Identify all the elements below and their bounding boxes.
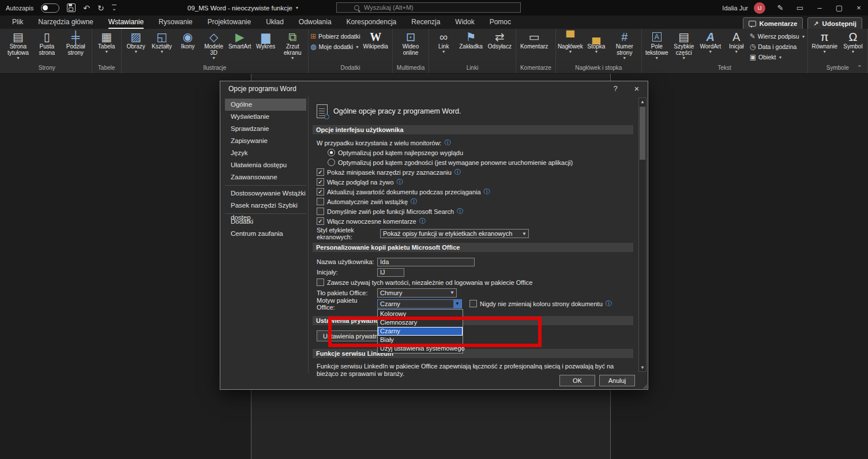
nav-item-dodatki[interactable]: Dodatki <box>225 216 306 228</box>
ribbon-button-tabela[interactable]: ▦Tabela▼ <box>94 29 119 54</box>
close-button[interactable]: × <box>854 4 863 12</box>
ribbon-button-komentarz[interactable]: ▭Komentarz <box>518 29 550 50</box>
tab-rysowanie[interactable]: Rysowanie <box>151 18 200 29</box>
radio-optymalizuj-pod-kątem-zgodnośc[interactable] <box>328 159 335 166</box>
help-icon[interactable]: ? <box>611 84 620 93</box>
tab-pomoc[interactable]: Pomoc <box>482 18 518 29</box>
ribbon-display-options-icon[interactable]: ▭ <box>795 4 805 12</box>
ink-pen-icon[interactable]: ✎ <box>776 4 785 12</box>
ribbon-button-obiekt[interactable]: ▣Obiekt▼ <box>750 52 806 62</box>
ribbon-button-wordart[interactable]: AWordArt▼ <box>698 29 723 54</box>
theme-option-kolorowy[interactable]: Kolorowy <box>378 310 463 318</box>
ribbon-button-szybkie-części[interactable]: ▤Szybkie części▼ <box>671 29 697 61</box>
ribbon-button-pusta-strona[interactable]: ▯Pusta strona <box>33 29 61 56</box>
username-field[interactable] <box>377 258 475 266</box>
tab-narzędzia-główne[interactable]: Narzędzia główne <box>31 18 100 29</box>
office-background-combobox[interactable]: Chmury ▼ <box>377 288 457 298</box>
dialog-titlebar[interactable]: Opcje programu Word ? × <box>220 81 648 96</box>
ribbon-button-modele-3d[interactable]: ◇Modele 3D▼ <box>201 29 227 61</box>
search-input[interactable]: Wyszukaj (Alt+M) <box>336 2 521 13</box>
save-icon[interactable] <box>67 3 76 12</box>
ribbon-button-ikony[interactable]: ◉Ikony <box>175 29 201 50</box>
ribbon-button-nagłówek[interactable]: ▀Nagłówek▼ <box>558 29 583 54</box>
ribbon-button-inicjał[interactable]: AInicjał▼ <box>724 29 749 54</box>
nav-item-dostosowywanie-wstążki[interactable]: Dostosowywanie Wstążki <box>225 187 306 200</box>
tab-widok[interactable]: Widok <box>448 18 482 29</box>
ribbon-button-data-i-godzina[interactable]: ◷Data i godzina <box>750 42 806 51</box>
ribbon-button-odsyłacz[interactable]: ⇄Odsyłacz <box>486 29 514 50</box>
user-name[interactable]: Idalia Jur <box>722 5 748 12</box>
checkbox-pokaż-minipasek-narzędzi-przy-[interactable]: ✓ <box>317 168 324 176</box>
checkbox-włącz-nowoczesne-komentarze[interactable]: ✓ <box>317 217 324 225</box>
scroll-up-icon[interactable]: ▲ <box>639 98 646 106</box>
ok-button[interactable]: OK <box>559 375 595 386</box>
minimize-button[interactable]: – <box>815 4 824 12</box>
ribbon-button-pobierz-dodatki[interactable]: ⊞Pobierz dodatki <box>310 32 360 41</box>
ribbon-button-podział-strony[interactable]: ╪Podział strony <box>62 29 90 56</box>
checkbox-włącz-podgląd-na-żywo[interactable]: ✓ <box>317 178 324 186</box>
nav-item-wyświetlanie[interactable]: Wyświetlanie <box>225 111 306 123</box>
checkbox-automatycznie-zwiń-wstążkę[interactable] <box>317 198 324 205</box>
ribbon-button-wideo-online[interactable]: ⊡Wideo online <box>394 29 427 56</box>
tab-korespondencja[interactable]: Korespondencja <box>339 18 404 29</box>
cancel-button[interactable]: Anuluj <box>599 375 635 386</box>
ribbon-button-symbol[interactable]: ΩSymbol▼ <box>840 29 866 54</box>
ribbon-button-moje-dodatki[interactable]: ◍Moje dodatki▼ <box>310 42 360 51</box>
nav-item-pasek-narzędzi-szybki-dostęp[interactable]: Pasek narzędzi Szybki dostęp <box>225 200 306 212</box>
customize-qat-icon[interactable]: ⌄ <box>112 5 117 12</box>
ribbon-button-wikipedia[interactable]: WWikipedia <box>361 29 390 50</box>
tab-odwołania[interactable]: Odwołania <box>291 18 339 29</box>
ribbon-button-link[interactable]: ∞Link▼ <box>431 29 456 54</box>
document-title[interactable]: 09_MS Word - nieoczywiste funkcje ▾ <box>187 0 298 16</box>
tab-układ[interactable]: Układ <box>258 18 291 29</box>
checkbox-domyślnie-zwiń-pole-funkcji-mi[interactable] <box>317 208 324 215</box>
ribbon-button-wykres[interactable]: ▆Wykres <box>253 29 279 50</box>
nav-item-język[interactable]: Język <box>225 147 306 159</box>
dialog-scrollbar[interactable]: ▲ ▼ <box>638 97 647 372</box>
restore-button[interactable]: ▢ <box>835 4 844 12</box>
theme-option-czarny[interactable]: Czarny <box>378 327 463 336</box>
ribbon-button-numer-strony[interactable]: #Numer strony▼ <box>610 29 640 61</box>
share-button[interactable]: ↗ Udostępnij <box>807 17 862 30</box>
resize-grip[interactable] <box>642 384 647 389</box>
collapse-ribbon-icon[interactable]: ⌃ <box>857 64 862 72</box>
tab-wstawianie[interactable]: Wstawianie <box>101 18 151 29</box>
checkbox-aktualizuj-zawartość-dokumentu[interactable]: ✓ <box>317 188 324 195</box>
avatar[interactable]: IJ <box>754 2 765 14</box>
office-theme-combobox[interactable]: Czarny ▼ KolorowyCiemnoszaryCzarnyBiałyU… <box>377 299 462 308</box>
tab-plik[interactable]: Plik <box>5 18 31 29</box>
never-change-color-checkbox[interactable] <box>469 300 477 307</box>
initials-field[interactable] <box>377 268 404 277</box>
theme-option-biały[interactable]: Biały <box>378 336 463 344</box>
ribbon-button-wiersz-podpisu[interactable]: ✎Wiersz podpisu▼ <box>750 32 806 41</box>
radio-optymalizuj-pod-kątem-najlepsz[interactable] <box>328 149 335 156</box>
nav-item-centrum-zaufania[interactable]: Centrum zaufania <box>225 228 306 240</box>
theme-option-użyj-ustawienia-systemowego[interactable]: Użyj ustawienia systemowego <box>378 344 463 353</box>
redo-icon[interactable]: ↻ <box>97 4 104 12</box>
ribbon-button-kształty[interactable]: ◱Kształty▼ <box>149 29 175 54</box>
comments-button[interactable]: Komentarze <box>743 17 803 30</box>
nav-item-zaawansowane[interactable]: Zaawansowane <box>225 171 306 183</box>
scroll-down-icon[interactable]: ▼ <box>639 364 646 371</box>
ribbon-button-smartart[interactable]: ▶SmartArt <box>227 29 253 50</box>
nav-item-zapisywanie[interactable]: Zapisywanie <box>225 135 306 147</box>
ribbon-button-zakładka[interactable]: ⚑Zakładka <box>457 29 485 50</box>
ribbon-button-pole-tekstowe[interactable]: APole tekstowe▼ <box>644 29 670 61</box>
nav-item-ogólne[interactable]: Ogólne <box>225 99 306 111</box>
tooltip-style-combobox[interactable]: Pokaż opisy funkcji w etykietkach ekrano… <box>380 229 529 238</box>
ribbon-button-stopka[interactable]: ▄Stopka▼ <box>584 29 609 54</box>
tab-recenzja[interactable]: Recenzja <box>404 18 448 29</box>
ribbon-button-obrazy[interactable]: ▨Obrazy▼ <box>123 29 149 54</box>
theme-option-ciemnoszary[interactable]: Ciemnoszary <box>378 318 463 327</box>
tab-projektowanie[interactable]: Projektowanie <box>200 18 258 29</box>
always-use-values-checkbox[interactable] <box>317 279 324 286</box>
close-icon[interactable]: × <box>632 84 642 93</box>
nav-item-sprawdzanie[interactable]: Sprawdzanie <box>225 123 306 135</box>
undo-icon[interactable]: ↶ <box>83 4 90 12</box>
ribbon-button-zrzut-ekranu[interactable]: ⧉Zrzut ekranu▼ <box>279 29 306 61</box>
nav-item-ułatwienia-dostępu[interactable]: Ułatwienia dostępu <box>225 159 306 171</box>
autosave-toggle[interactable] <box>41 3 59 13</box>
ribbon-button-strona-tytułowa[interactable]: ▤Strona tytułowa▼ <box>4 29 32 61</box>
scrollbar-thumb[interactable] <box>640 107 645 160</box>
ribbon-button-równanie[interactable]: πRównanie▼ <box>810 29 840 54</box>
